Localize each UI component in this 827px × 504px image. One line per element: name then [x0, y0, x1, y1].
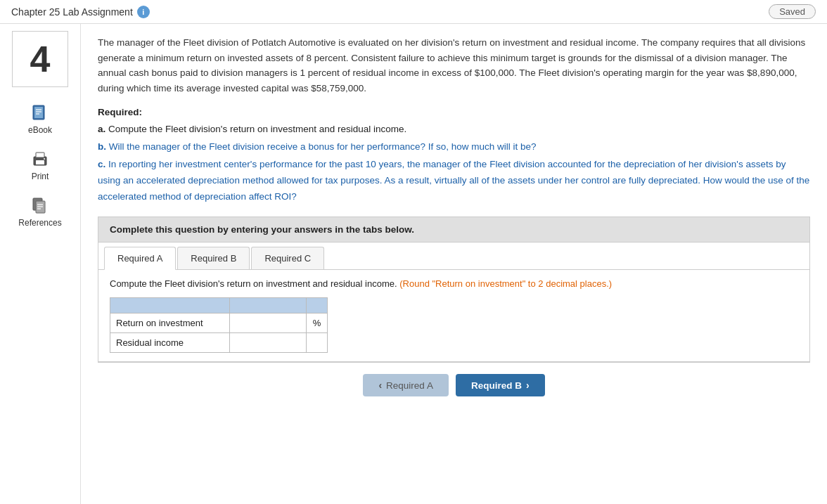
- problem-text: The manager of the Fleet division of Pot…: [98, 35, 810, 96]
- header: Chapter 25 Lab Assignment i Saved: [0, 0, 827, 24]
- req-letter-b: b.: [98, 141, 109, 152]
- answer-container: Complete this question by entering your …: [98, 217, 810, 363]
- answer-table: Return on investment % Residual income: [110, 297, 328, 353]
- roi-input[interactable]: [230, 314, 306, 332]
- table-header-row: [110, 298, 328, 314]
- references-icon: [30, 195, 51, 217]
- tab-instruction: Compute the Fleet division's return on i…: [110, 278, 798, 289]
- req-text-b: Will the manager of the Fleet division r…: [109, 141, 537, 152]
- prev-button-label: Required A: [386, 380, 433, 391]
- print-button[interactable]: Print: [4, 143, 76, 187]
- svg-rect-7: [36, 153, 44, 157]
- residual-unit: [307, 333, 328, 353]
- required-item-c: c. In reporting her investment center's …: [98, 157, 810, 205]
- req-text-c: In reporting her investment center's per…: [98, 159, 809, 202]
- col-header-unit: [307, 298, 328, 314]
- svg-point-8: [44, 158, 45, 160]
- nav-buttons: ‹ Required A Required B ›: [98, 374, 810, 396]
- row-label-roi: Return on investment: [110, 314, 230, 333]
- next-button-label: Required B: [471, 380, 522, 391]
- required-items: a. Compute the Fleet division's return o…: [98, 122, 810, 205]
- svg-rect-6: [36, 160, 44, 164]
- next-button[interactable]: Required B ›: [456, 374, 545, 396]
- req-letter-c: c.: [98, 159, 108, 169]
- info-icon[interactable]: i: [137, 6, 150, 18]
- tab-required-b[interactable]: Required B: [177, 247, 250, 269]
- req-text-a: Compute the Fleet division's return on i…: [108, 124, 406, 134]
- tabs-row: Required A Required B Required C: [98, 243, 809, 270]
- required-item-b: b. Will the manager of the Fleet divisio…: [98, 139, 810, 155]
- sidebar: 4 eBook: [0, 24, 81, 504]
- tab-required-a[interactable]: Required A: [104, 247, 176, 270]
- tab-a-content: Compute the Fleet division's return on i…: [98, 270, 809, 362]
- prev-button[interactable]: ‹ Required A: [363, 374, 448, 396]
- table-row: Residual income: [110, 333, 328, 353]
- references-button[interactable]: References: [4, 190, 76, 233]
- ebook-icon: [30, 103, 51, 124]
- prev-chevron-icon: ‹: [378, 380, 382, 391]
- references-label: References: [18, 218, 61, 228]
- question-number: 4: [12, 31, 68, 87]
- residual-input[interactable]: [230, 333, 306, 352]
- row-label-residual: Residual income: [110, 333, 230, 353]
- table-row: Return on investment %: [110, 314, 328, 333]
- print-label: Print: [32, 172, 49, 181]
- page-title: Chapter 25 Lab Assignment: [11, 6, 133, 18]
- tab-instruction-text: Compute the Fleet division's return on i…: [110, 278, 397, 289]
- print-icon: [30, 149, 51, 170]
- required-item-a: a. Compute the Fleet division's return o…: [98, 122, 810, 138]
- roi-unit: %: [307, 314, 328, 333]
- content-area: The manager of the Fleet division of Pot…: [81, 24, 827, 504]
- svg-rect-1: [34, 107, 43, 118]
- col-header-label: [110, 298, 230, 314]
- residual-input-cell[interactable]: [229, 333, 306, 353]
- ebook-button[interactable]: eBook: [4, 97, 76, 141]
- next-chevron-icon: ›: [526, 380, 530, 391]
- round-note: (Round "Return on investment" to 2 decim…: [399, 278, 612, 289]
- main-layout: 4 eBook: [0, 24, 827, 504]
- req-letter-a: a.: [98, 124, 108, 134]
- answer-header: Complete this question by entering your …: [98, 217, 809, 243]
- saved-badge: Saved: [769, 4, 816, 19]
- ebook-label: eBook: [28, 125, 52, 135]
- required-label: Required:: [98, 107, 810, 117]
- roi-input-cell[interactable]: [229, 314, 306, 333]
- col-header-value: [229, 298, 306, 314]
- tab-required-c[interactable]: Required C: [251, 247, 324, 269]
